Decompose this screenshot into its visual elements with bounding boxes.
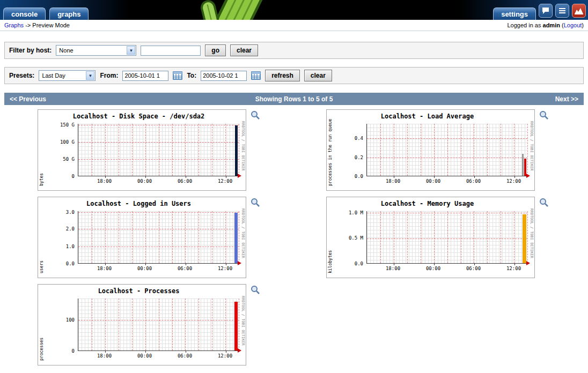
major-gridline-v (239, 124, 239, 176)
major-gridline-v (119, 211, 119, 263)
major-gridline-h (78, 125, 239, 125)
to-date-input[interactable] (201, 71, 247, 81)
tab-graphs[interactable]: graphs (49, 8, 89, 20)
header: console graphs settings (0, 0, 588, 20)
graph-image[interactable]: Localhost - Load Average RRDTOOL / TOBI … (326, 109, 535, 191)
major-gridline-v (132, 299, 133, 350)
x-tick-label: 18:00 (383, 178, 404, 184)
graph-title: Localhost - Disk Space - /dev/sda2 (43, 113, 234, 120)
graph-image[interactable]: Localhost - Memory Usage RRDTOOL / TOBI … (326, 197, 535, 278)
from-calendar-icon[interactable] (173, 71, 182, 80)
login-status: Logged in as admin (Logout) (507, 22, 584, 28)
tab-settings[interactable]: settings (493, 8, 536, 20)
x-tick-mark (105, 263, 106, 265)
major-gridline-v (421, 124, 421, 176)
graph-image[interactable]: Localhost - Disk Space - /dev/sda2 RRDTO… (38, 109, 246, 191)
major-gridline-v (407, 211, 408, 263)
major-gridline-v (421, 211, 421, 263)
graph-ylabel: bytes (39, 114, 44, 186)
tab-console[interactable]: console (3, 8, 46, 20)
rrdtool-watermark: RRDTOOL / TOBI OETIKER (241, 121, 245, 171)
x-tick-label: 12:00 (215, 178, 236, 184)
y-tick-label: 0.5 M (335, 235, 363, 241)
major-gridline-v (501, 211, 501, 263)
major-gridline-v (105, 124, 106, 176)
y-tick-label: 0.4 (335, 136, 363, 141)
from-date-input[interactable] (122, 71, 168, 81)
x-tick-label: 06:00 (463, 178, 484, 184)
from-label: From: (100, 72, 118, 79)
y-tick-label: 0.0 (335, 261, 363, 266)
zoom-graph-icon[interactable] (539, 198, 548, 209)
x-tick-mark (105, 350, 106, 353)
major-gridline-v (212, 211, 212, 263)
zoom-graph-icon[interactable] (539, 110, 548, 122)
pager-status: Showing Rows 1 to 5 of 5 (4, 95, 584, 103)
major-gridline-v (105, 211, 106, 263)
major-gridline-v (199, 124, 199, 176)
clear-filter-button[interactable]: clear (230, 44, 258, 56)
area-graph-icon (574, 6, 584, 15)
zoom-graph-icon[interactable] (251, 110, 260, 122)
to-calendar-icon[interactable] (251, 71, 261, 80)
refresh-button[interactable]: refresh (265, 70, 300, 81)
major-gridline-v (159, 299, 159, 350)
graph-cell: Localhost - Disk Space - /dev/sda2 RRDTO… (4, 109, 293, 191)
breadcrumb-graphs-link[interactable]: Graphs (4, 22, 24, 28)
x-tick-mark (514, 176, 515, 178)
graph-image[interactable]: Localhost - Processes RRDTOOL / TOBI OET… (38, 284, 246, 365)
graph-cell: Localhost - Logged in Users RRDTOOL / TO… (4, 197, 293, 278)
major-gridline-v (407, 124, 408, 176)
next-link[interactable]: Next >> (555, 95, 578, 103)
zoom-graph-icon[interactable] (251, 198, 260, 209)
major-gridline-v (132, 211, 133, 263)
major-gridline-h (367, 158, 527, 158)
chat-icon-button[interactable] (539, 4, 553, 18)
cactus-icon (177, 0, 300, 20)
x-tick-mark (394, 263, 394, 265)
x-tick-mark (226, 176, 226, 178)
x-tick-mark (186, 263, 186, 265)
x-tick-mark (145, 350, 146, 353)
graph-grid: Localhost - Disk Space - /dev/sda2 RRDTO… (0, 109, 588, 365)
major-gridline-v (132, 124, 133, 176)
graph-title: Localhost - Logged in Users (43, 200, 234, 207)
clear-range-button[interactable]: clear (304, 70, 332, 81)
graph-plot (78, 299, 239, 351)
rrdtool-watermark: RRDTOOL / TOBI OETIKER (530, 121, 533, 171)
username: admin (543, 22, 560, 28)
logout-link[interactable]: Logout (564, 22, 582, 28)
host-search-input[interactable] (141, 46, 201, 56)
major-gridline-h (367, 138, 527, 139)
preset-select[interactable]: Last Day ▼ (39, 70, 95, 81)
graph-view-icon-button[interactable] (572, 4, 586, 18)
zoom-graph-icon[interactable] (251, 285, 260, 296)
major-gridline-v (145, 211, 146, 263)
graph-title: Localhost - Load Average (332, 113, 523, 120)
major-gridline-v (172, 211, 173, 263)
graph-image[interactable]: Localhost - Logged in Users RRDTOOL / TO… (38, 197, 246, 278)
rrdtool-watermark: RRDTOOL / TOBI OETIKER (530, 208, 533, 258)
host-select[interactable]: None ▼ (56, 45, 136, 56)
time-range-bar: Presets: Last Day ▼ From: To: refresh cl… (4, 67, 584, 84)
y-tick-label: 100 G (47, 139, 75, 145)
cacti-logo (177, 0, 300, 20)
chat-icon (541, 6, 550, 15)
major-gridline-v (172, 299, 173, 350)
graph-plot (78, 211, 239, 264)
major-gridline-v (212, 124, 212, 176)
x-tick-mark (145, 263, 146, 265)
major-gridline-v (380, 124, 381, 176)
go-button[interactable]: go (205, 44, 226, 56)
x-tick-label: 06:00 (174, 266, 196, 271)
previous-link[interactable]: << Previous (10, 95, 46, 103)
list-icon-button[interactable] (555, 4, 569, 18)
x-tick-mark (226, 350, 226, 353)
x-tick-mark (474, 263, 475, 265)
x-tick-label: 00:00 (134, 266, 156, 271)
graph-cell: Localhost - Memory Usage RRDTOOL / TOBI … (293, 197, 582, 278)
y-tick-label: 0.0 (47, 261, 75, 266)
graph-title: Localhost - Memory Usage (332, 200, 523, 207)
major-gridline-v (225, 124, 226, 176)
x-tick-mark (105, 176, 106, 178)
